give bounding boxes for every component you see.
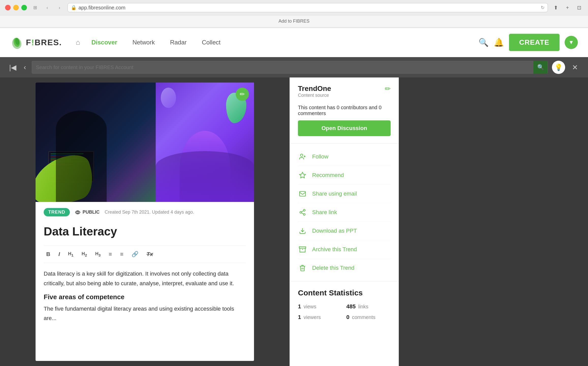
editor-h2-btn[interactable]: H2	[79, 250, 89, 259]
share-link-action[interactable]: Share link	[298, 203, 391, 222]
hero-left-image	[36, 83, 156, 202]
svg-point-10	[300, 212, 302, 213]
nav-radar[interactable]: Radar	[162, 36, 194, 49]
browser-url-row: Add to FIBRES	[0, 15, 588, 27]
archive-label: Archive this Trend	[312, 246, 357, 253]
search-navbar-btn[interactable]: 🔍	[479, 38, 489, 47]
nav-collect[interactable]: Collect	[194, 36, 228, 49]
svg-line-12	[301, 213, 304, 214]
source-subtitle: Content source	[298, 93, 331, 98]
delete-icon	[298, 263, 307, 273]
minimize-traffic-light[interactable]	[13, 5, 19, 10]
editor-toolbar: B I H1 H2 H3 ≡ ≡ 🔗 Tx	[44, 246, 246, 263]
trend-badge: TREND	[44, 208, 70, 216]
lightbulb-btn[interactable]: 💡	[552, 61, 565, 74]
download-ppt-action[interactable]: Download as PPT	[298, 222, 391, 240]
create-button[interactable]: CREATE	[509, 34, 560, 51]
logo-text: F!BRES.	[26, 38, 62, 47]
views-stat: 1 views	[298, 303, 342, 310]
links-num: 485	[346, 303, 356, 310]
article-area: ✏ TREND PUBLIC Created Sep 7th 2021. Upd…	[0, 77, 290, 366]
sidebar-toggle-btn[interactable]: ⊞	[31, 4, 39, 12]
notifications-btn[interactable]: 🔔	[494, 38, 504, 47]
app-navbar: F!BRES. ⌂ Discover Network Radar Collect…	[0, 28, 588, 57]
hero-purple-blob	[161, 88, 176, 108]
source-section: TrendOne Content source ✏ This content h…	[290, 77, 399, 144]
editor-bold-btn[interactable]: B	[44, 249, 53, 259]
address-bar-row: 🔒 app.fibresonline.com ↻	[68, 3, 548, 12]
archive-icon	[298, 245, 307, 254]
hero-right-image	[156, 83, 254, 202]
source-title: TrendOne	[298, 85, 331, 93]
sidebar-header: TrendOne Content source ✏	[298, 85, 391, 103]
nav-network[interactable]: Network	[125, 36, 162, 49]
share-link-label: Share link	[312, 209, 337, 216]
visibility-icon	[75, 210, 81, 215]
follow-action[interactable]: Follow	[298, 148, 391, 166]
editor-clear-format-btn[interactable]: Tx	[144, 249, 156, 259]
actions-section: Follow Recommend	[290, 144, 399, 281]
extensions-btn[interactable]: ⊡	[575, 4, 583, 11]
secondary-toolbar: |◀ ‹ 🔍 💡 ✕	[0, 57, 588, 77]
logo-icon	[10, 36, 23, 49]
hero-edit-fab[interactable]: ✏	[236, 88, 249, 101]
open-discussion-btn[interactable]: Open Discussion	[298, 120, 391, 136]
editor-ordered-list-btn[interactable]: ≡	[106, 249, 115, 259]
toolbar-right-icons: 💡 ✕	[552, 61, 580, 74]
close-panel-btn[interactable]: ✕	[569, 62, 580, 73]
article-meta: TREND PUBLIC Created Sep 7th 2021. Updat…	[36, 202, 254, 220]
toolbar-back-btn[interactable]: ‹	[22, 62, 27, 73]
editor-h3-btn[interactable]: H3	[93, 250, 103, 259]
recommend-action[interactable]: Recommend	[298, 166, 391, 185]
svg-point-4	[300, 154, 303, 156]
svg-line-13	[301, 211, 304, 212]
maximize-traffic-light[interactable]	[21, 5, 27, 10]
editor-h1-btn[interactable]: H1	[66, 250, 76, 259]
nav-discover[interactable]: Discover	[84, 36, 125, 49]
back-btn[interactable]: ‹	[43, 4, 51, 12]
toolbar-skip-back-btn[interactable]: |◀	[8, 62, 18, 73]
editor-unordered-list-btn[interactable]: ≡	[118, 249, 126, 259]
article-body: Data Literacy B I H1 H2 H3 ≡ ≡ 🔗 Tx Data…	[36, 220, 254, 336]
links-stat: 485 links	[346, 303, 391, 310]
address-bar[interactable]: 🔒 app.fibresonline.com ↻	[68, 3, 548, 12]
forward-btn[interactable]: ›	[55, 4, 63, 12]
home-nav-btn[interactable]: ⌂	[72, 37, 84, 48]
archive-action[interactable]: Archive this Trend	[298, 240, 391, 259]
new-tab-btn[interactable]: +	[564, 4, 571, 11]
close-traffic-light[interactable]	[5, 5, 11, 10]
hero-bottom-wave	[156, 151, 254, 202]
article-meta-date: Created Sep 7th 2021. Updated 4 days ago…	[105, 210, 194, 215]
nav-links: Discover Network Radar Collect	[84, 36, 228, 49]
recommend-icon	[298, 171, 307, 180]
viewers-num: 1	[298, 314, 301, 321]
viewers-stat: 1 viewers	[298, 314, 342, 321]
svg-marker-7	[299, 172, 305, 178]
stats-section: Content Statistics 1 views 485 links 1 v…	[290, 281, 399, 328]
share-link-icon	[298, 208, 307, 217]
article-hero: ✏	[36, 83, 254, 202]
viewers-label: viewers	[304, 314, 321, 320]
article-card: ✏ TREND PUBLIC Created Sep 7th 2021. Upd…	[36, 83, 254, 361]
delete-label: Delete this Trend	[312, 265, 354, 271]
share-browser-btn[interactable]: ⬆	[552, 4, 560, 11]
sidebar-edit-btn[interactable]: ✏	[385, 85, 391, 93]
browser-top-bar: ⊞ ‹ › 🔒 app.fibresonline.com ↻ ⬆ + ⊡	[0, 0, 588, 15]
source-info: TrendOne Content source	[298, 85, 331, 103]
editor-link-btn[interactable]: 🔗	[129, 249, 141, 259]
url-text: app.fibresonline.com	[78, 5, 125, 11]
editor-italic-btn[interactable]: I	[56, 249, 62, 259]
recommend-label: Recommend	[312, 172, 344, 179]
hero-person-body	[56, 110, 107, 202]
visibility-label: PUBLIC	[83, 210, 100, 215]
browser-chrome: ⊞ ‹ › 🔒 app.fibresonline.com ↻ ⬆ + ⊡ Add…	[0, 0, 588, 28]
search-submit-btn[interactable]: 🔍	[533, 61, 548, 74]
search-input[interactable]	[36, 65, 533, 70]
svg-point-3	[77, 211, 78, 213]
account-dropdown-btn[interactable]: ▼	[565, 36, 578, 49]
delete-action[interactable]: Delete this Trend	[298, 259, 391, 277]
share-email-action[interactable]: Share using email	[298, 185, 391, 203]
svg-point-9	[304, 209, 305, 211]
svg-rect-15	[299, 247, 306, 248]
contributors-text: This content has 0 contributors and 0 co…	[298, 105, 391, 116]
